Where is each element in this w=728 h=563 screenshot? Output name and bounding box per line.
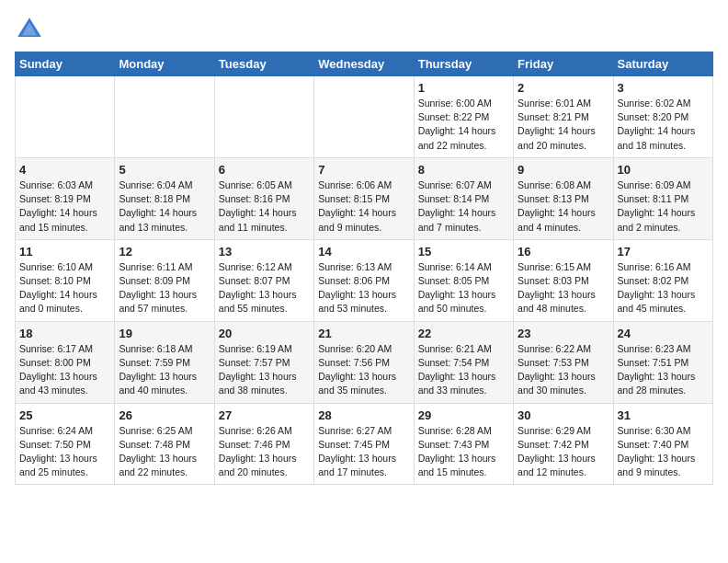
day-info: Sunrise: 6:08 AM Sunset: 8:13 PM Dayligh… [518,178,609,235]
calendar-cell: 3Sunrise: 6:02 AM Sunset: 8:20 PM Daylig… [613,76,712,158]
day-info: Sunrise: 6:16 AM Sunset: 8:02 PM Dayligh… [618,260,709,316]
calendar-cell [214,76,313,158]
day-info: Sunrise: 6:13 AM Sunset: 8:06 PM Dayligh… [318,260,409,316]
day-number: 16 [518,245,609,259]
day-number: 5 [119,163,210,177]
calendar-cell [314,76,414,158]
day-info: Sunrise: 6:07 AM Sunset: 8:14 PM Dayligh… [418,178,509,235]
weekday-header-monday: Monday [115,52,214,76]
weekday-header-friday: Friday [514,52,613,76]
calendar-week-row: 1Sunrise: 6:00 AM Sunset: 8:22 PM Daylig… [16,76,713,158]
calendar-table: SundayMondayTuesdayWednesdayThursdayFrid… [15,52,713,485]
calendar-cell: 11Sunrise: 6:10 AM Sunset: 8:10 PM Dayli… [16,239,115,321]
day-info: Sunrise: 6:29 AM Sunset: 7:42 PM Dayligh… [518,424,609,480]
calendar-cell: 27Sunrise: 6:26 AM Sunset: 7:46 PM Dayli… [214,403,313,485]
calendar-cell: 6Sunrise: 6:05 AM Sunset: 8:16 PM Daylig… [214,157,313,239]
day-info: Sunrise: 6:11 AM Sunset: 8:09 PM Dayligh… [119,260,210,316]
calendar-cell: 4Sunrise: 6:03 AM Sunset: 8:19 PM Daylig… [16,157,115,239]
day-number: 22 [418,327,509,340]
day-number: 4 [19,163,110,177]
day-info: Sunrise: 6:24 AM Sunset: 7:50 PM Dayligh… [19,424,110,480]
day-number: 27 [219,408,310,422]
day-info: Sunrise: 6:12 AM Sunset: 8:07 PM Dayligh… [219,260,310,316]
calendar-cell: 10Sunrise: 6:09 AM Sunset: 8:11 PM Dayli… [613,157,712,239]
day-info: Sunrise: 6:00 AM Sunset: 8:22 PM Dayligh… [418,97,509,153]
day-info: Sunrise: 6:23 AM Sunset: 7:51 PM Dayligh… [618,342,709,398]
calendar-cell: 12Sunrise: 6:11 AM Sunset: 8:09 PM Dayli… [115,239,214,321]
calendar-cell: 8Sunrise: 6:07 AM Sunset: 8:14 PM Daylig… [414,157,513,239]
day-info: Sunrise: 6:21 AM Sunset: 7:54 PM Dayligh… [418,342,509,398]
day-number: 19 [119,327,210,340]
day-number: 10 [618,163,709,177]
page-header [15,15,713,44]
calendar-cell: 16Sunrise: 6:15 AM Sunset: 8:03 PM Dayli… [514,239,613,321]
calendar-cell: 24Sunrise: 6:23 AM Sunset: 7:51 PM Dayli… [613,321,712,403]
day-number: 13 [219,245,310,259]
calendar-cell: 14Sunrise: 6:13 AM Sunset: 8:06 PM Dayli… [314,239,414,321]
day-info: Sunrise: 6:03 AM Sunset: 8:19 PM Dayligh… [19,178,110,235]
calendar-cell: 15Sunrise: 6:14 AM Sunset: 8:05 PM Dayli… [414,239,513,321]
day-info: Sunrise: 6:02 AM Sunset: 8:20 PM Dayligh… [618,97,709,153]
weekday-header-saturday: Saturday [613,52,712,76]
day-number: 2 [518,81,609,95]
day-number: 29 [418,408,509,422]
weekday-header-tuesday: Tuesday [214,52,313,76]
day-number: 14 [318,245,409,259]
logo [15,15,48,44]
calendar-cell: 17Sunrise: 6:16 AM Sunset: 8:02 PM Dayli… [613,239,712,321]
day-number: 30 [518,408,609,422]
day-info: Sunrise: 6:26 AM Sunset: 7:46 PM Dayligh… [219,424,310,480]
day-number: 1 [418,81,509,95]
calendar-cell: 30Sunrise: 6:29 AM Sunset: 7:42 PM Dayli… [514,403,613,485]
calendar-cell: 31Sunrise: 6:30 AM Sunset: 7:40 PM Dayli… [613,403,712,485]
calendar-cell [16,76,115,158]
day-info: Sunrise: 6:10 AM Sunset: 8:10 PM Dayligh… [19,260,110,316]
calendar-cell: 7Sunrise: 6:06 AM Sunset: 8:15 PM Daylig… [314,157,414,239]
day-number: 9 [518,163,609,177]
day-number: 12 [119,245,210,259]
day-info: Sunrise: 6:30 AM Sunset: 7:40 PM Dayligh… [618,424,709,480]
calendar-cell: 22Sunrise: 6:21 AM Sunset: 7:54 PM Dayli… [414,321,513,403]
day-info: Sunrise: 6:17 AM Sunset: 8:00 PM Dayligh… [19,342,110,398]
day-number: 15 [418,245,509,259]
day-number: 31 [618,408,709,422]
day-number: 3 [618,81,709,95]
day-number: 26 [119,408,210,422]
day-info: Sunrise: 6:25 AM Sunset: 7:48 PM Dayligh… [119,424,210,480]
day-info: Sunrise: 6:20 AM Sunset: 7:56 PM Dayligh… [318,342,409,398]
weekday-header-wednesday: Wednesday [314,52,414,76]
day-number: 23 [518,327,609,340]
logo-icon [15,15,44,44]
weekday-header-row: SundayMondayTuesdayWednesdayThursdayFrid… [16,52,713,76]
calendar-cell: 5Sunrise: 6:04 AM Sunset: 8:18 PM Daylig… [115,157,214,239]
day-info: Sunrise: 6:05 AM Sunset: 8:16 PM Dayligh… [219,178,310,235]
day-number: 11 [19,245,110,259]
day-number: 21 [318,327,409,340]
calendar-week-row: 18Sunrise: 6:17 AM Sunset: 8:00 PM Dayli… [16,321,713,403]
calendar-week-row: 11Sunrise: 6:10 AM Sunset: 8:10 PM Dayli… [16,239,713,321]
day-info: Sunrise: 6:06 AM Sunset: 8:15 PM Dayligh… [318,178,409,235]
weekday-header-thursday: Thursday [414,52,513,76]
day-number: 17 [618,245,709,259]
calendar-cell: 1Sunrise: 6:00 AM Sunset: 8:22 PM Daylig… [414,76,513,158]
calendar-cell: 20Sunrise: 6:19 AM Sunset: 7:57 PM Dayli… [214,321,313,403]
day-number: 18 [19,327,110,340]
day-info: Sunrise: 6:04 AM Sunset: 8:18 PM Dayligh… [119,178,210,235]
day-number: 25 [19,408,110,422]
day-info: Sunrise: 6:18 AM Sunset: 7:59 PM Dayligh… [119,342,210,398]
day-info: Sunrise: 6:28 AM Sunset: 7:43 PM Dayligh… [418,424,509,480]
calendar-cell: 29Sunrise: 6:28 AM Sunset: 7:43 PM Dayli… [414,403,513,485]
calendar-cell: 25Sunrise: 6:24 AM Sunset: 7:50 PM Dayli… [16,403,115,485]
calendar-cell: 26Sunrise: 6:25 AM Sunset: 7:48 PM Dayli… [115,403,214,485]
day-info: Sunrise: 6:19 AM Sunset: 7:57 PM Dayligh… [219,342,310,398]
day-info: Sunrise: 6:15 AM Sunset: 8:03 PM Dayligh… [518,260,609,316]
calendar-cell [115,76,214,158]
calendar-cell: 18Sunrise: 6:17 AM Sunset: 8:00 PM Dayli… [16,321,115,403]
day-number: 8 [418,163,509,177]
calendar-cell: 9Sunrise: 6:08 AM Sunset: 8:13 PM Daylig… [514,157,613,239]
day-info: Sunrise: 6:14 AM Sunset: 8:05 PM Dayligh… [418,260,509,316]
calendar-cell: 28Sunrise: 6:27 AM Sunset: 7:45 PM Dayli… [314,403,414,485]
calendar-cell: 13Sunrise: 6:12 AM Sunset: 8:07 PM Dayli… [214,239,313,321]
calendar-cell: 21Sunrise: 6:20 AM Sunset: 7:56 PM Dayli… [314,321,414,403]
day-info: Sunrise: 6:22 AM Sunset: 7:53 PM Dayligh… [518,342,609,398]
